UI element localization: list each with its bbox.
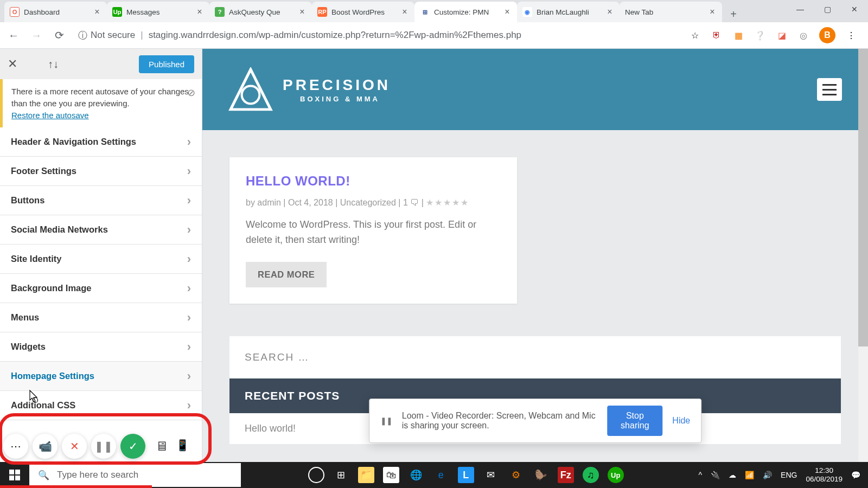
close-icon[interactable]: × [503,8,512,16]
new-tab-button[interactable]: + [725,6,742,22]
post-excerpt: Welcome to WordPress. This is your first… [246,217,501,248]
published-button[interactable]: Published [139,55,194,73]
close-icon[interactable]: × [195,8,204,16]
chevron-right-icon: › [187,281,191,296]
loom-more-button[interactable]: ⋯ [3,434,28,459]
autosave-notice: There is a more recent autosave of your … [0,79,202,127]
loom-done-button[interactable]: ✓ [120,434,145,459]
panel-buttons[interactable]: Buttons› [0,186,202,215]
read-more-button[interactable]: READ MORE [246,262,327,287]
vertical-scrollbar[interactable] [858,49,868,462]
back-button[interactable]: ← [5,27,22,43]
stop-sharing-button[interactable]: Stop sharing [607,406,662,436]
close-icon[interactable]: × [93,8,101,16]
tab-customize[interactable]: ⊞Customize: PMN× [414,2,517,22]
close-icon[interactable]: × [400,8,409,16]
chevron-right-icon: › [187,369,191,383]
filezilla-icon[interactable]: Fz [558,467,574,483]
shield-icon[interactable]: ⛨ [711,29,723,41]
edge-icon[interactable]: e [433,467,449,483]
post-card: HELLO WORLD! by admin | Oct 4, 2018 | Un… [229,157,517,304]
hide-share-button[interactable]: Hide [672,416,690,426]
window-close-icon[interactable]: ✕ [841,0,868,18]
tray-chevron-icon[interactable]: ^ [699,471,703,479]
tab-askquesty[interactable]: ?AskQuesty Que× [209,2,312,22]
browser-chrome: ODashboard× UpMessages× ?AskQuesty Que× … [0,0,868,49]
language-indicator[interactable]: ENG [781,471,797,479]
close-icon[interactable]: × [605,8,614,16]
address-bar: ← → ⟳ ⓘNot secure | staging.wandrrdesign… [0,22,868,49]
close-icon[interactable]: × [298,8,307,16]
file-explorer-icon[interactable]: 📁 [358,467,374,483]
profile-avatar[interactable]: B [819,27,835,43]
loom-camera-button[interactable]: 📹 [33,434,58,459]
tab-new-tab[interactable]: New Tab× [620,2,722,22]
task-view-icon[interactable]: ⊞ [333,467,349,483]
search-input[interactable]: SEARCH … [229,336,841,378]
mail-icon[interactable]: ✉ [483,467,499,483]
close-customizer-button[interactable]: ✕ [8,57,17,71]
ext-icon-1[interactable]: ▦ [732,29,744,41]
start-button[interactable] [0,462,29,488]
restore-autosave-link[interactable]: Restore the autosave [11,111,89,120]
pause-icon[interactable]: ❚❚ [380,416,392,425]
site-header: PRECISION BOXING & MMA [202,49,868,130]
tab-boost-wp[interactable]: RPBoost WordPres× [312,2,414,22]
tab-messages[interactable]: UpMessages× [107,2,209,22]
settings-icon[interactable]: ⚙ [508,467,524,483]
panel-widgets[interactable]: Widgets› [0,332,202,362]
app-l-icon[interactable]: L [458,467,474,483]
site-logo[interactable]: PRECISION BOXING & MMA [228,67,391,112]
window-maximize-icon[interactable]: ▢ [814,0,841,18]
system-tray: ^ 🔌 ☁ 📶 🔊 ENG 12:30 06/08/2019 💬 [691,466,869,484]
share-message: Loom - Video Recorder: Screen, Webcam an… [402,411,598,431]
desktop-icon[interactable]: 🖥 [155,439,168,454]
chevron-right-icon: › [187,194,191,208]
panel-additional-css[interactable]: Additional CSS› [0,391,202,420]
toggle-icon[interactable]: ↑↓ [48,58,59,70]
info-icon: ⓘ [78,29,87,42]
wifi-icon[interactable]: 📶 [745,471,754,479]
store-icon[interactable]: 🛍 [383,467,399,483]
clock[interactable]: 12:30 06/08/2019 [806,466,843,484]
star-icon[interactable]: ☆ [689,29,701,41]
panel-homepage-settings[interactable]: Homepage Settings› [0,362,202,391]
hamburger-menu-button[interactable] [817,78,842,101]
taskbar-search[interactable]: 🔍 Type here to search [29,463,241,487]
window-minimize-icon[interactable]: ― [787,0,814,18]
panel-footer[interactable]: Footer Settings› [0,157,202,186]
cloud-icon[interactable]: ☁ [729,471,736,479]
spotify-icon[interactable]: ♫ [583,467,599,483]
post-title[interactable]: HELLO WORLD! [246,174,501,189]
loom-cancel-button[interactable]: ✕ [62,434,87,459]
svg-point-1 [242,86,260,104]
reload-button[interactable]: ⟳ [51,27,67,43]
loom-pause-button[interactable]: ❚❚ [91,434,116,459]
panel-header-nav[interactable]: Header & Navigation Settings› [0,127,202,157]
chrome-icon[interactable]: 🌐 [408,467,424,483]
ext-icon-2[interactable]: ❔ [754,29,766,41]
notifications-icon[interactable]: 💬 [851,471,860,479]
panel-social[interactable]: Social Media Networks› [0,215,202,245]
chevron-right-icon: › [187,164,191,178]
tab-dashboard[interactable]: ODashboard× [4,2,107,22]
menu-icon[interactable]: ⋮ [845,29,857,41]
battery-icon[interactable]: 🔌 [711,471,720,479]
ext-icon-4[interactable]: ◎ [797,29,809,41]
cortana-icon[interactable] [308,467,324,483]
panel-background[interactable]: Background Image› [0,274,202,303]
dismiss-notice-icon[interactable]: ⊘ [187,86,195,100]
panel-menus[interactable]: Menus› [0,303,202,332]
mobile-icon[interactable]: 📱 [176,439,189,454]
panel-site-identity[interactable]: Site Identity› [0,245,202,274]
customizer-sidebar: ✕ ↑↓ Published There is a more recent au… [0,49,202,462]
app-icon[interactable]: 🦫 [533,467,549,483]
ext-icon-3[interactable]: ◪ [776,29,788,41]
upwork-icon[interactable]: Up [608,467,624,483]
close-icon[interactable]: × [708,8,717,16]
chevron-right-icon: › [187,399,191,413]
url-field[interactable]: ⓘNot secure | staging.wandrrdesign.com/w… [74,29,682,42]
url-text: staging.wandrrdesign.com/wp-admin/custom… [149,30,521,41]
volume-icon[interactable]: 🔊 [763,471,772,479]
tab-brian[interactable]: ◉Brian McLaughli× [517,2,620,22]
